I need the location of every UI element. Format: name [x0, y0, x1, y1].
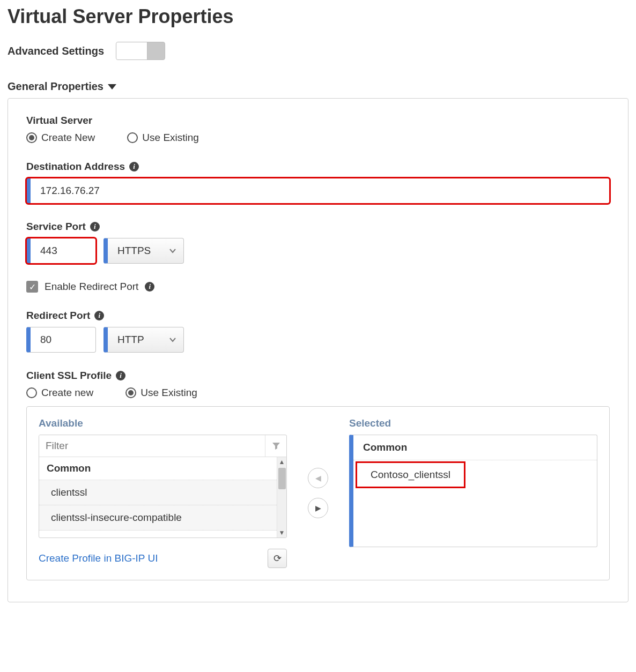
ssl-profile-picker: Available Common clientssl clientssl-ins… — [26, 406, 610, 580]
advanced-settings-toggle[interactable] — [116, 42, 165, 60]
enable-redirect-port-checkbox[interactable]: ✓ — [26, 281, 38, 293]
scroll-down-icon[interactable]: ▼ — [279, 528, 285, 537]
caret-left-icon: ◀ — [315, 474, 321, 482]
radio-icon — [127, 132, 138, 143]
client-ssl-profile-label: Client SSL Profile i — [26, 370, 610, 382]
info-icon[interactable]: i — [94, 311, 104, 320]
chevron-down-icon — [169, 337, 176, 343]
available-group-header: Common — [39, 457, 277, 480]
enable-redirect-port-label: Enable Redirect Port — [45, 281, 138, 293]
ssl-available-column: Available Common clientssl clientssl-ins… — [39, 417, 287, 568]
vs-use-existing-option[interactable]: Use Existing — [127, 132, 199, 144]
available-scrollbar[interactable]: ▲ ▼ — [277, 457, 286, 537]
scroll-thumb[interactable] — [278, 468, 286, 489]
radio-icon — [125, 387, 136, 398]
chevron-down-icon — [169, 248, 176, 254]
selected-item[interactable]: Contoso_clientssl — [357, 462, 464, 487]
ssl-create-new-option[interactable]: Create new — [26, 387, 93, 399]
redirect-port-protocol-select[interactable]: HTTP — [103, 327, 184, 353]
service-port-label: Service Port i — [26, 221, 610, 233]
radio-icon — [26, 387, 37, 398]
toggle-knob — [116, 42, 147, 59]
available-item[interactable]: clientssl — [39, 480, 277, 505]
service-port-protocol-select[interactable]: HTTPS — [103, 238, 184, 264]
move-right-button[interactable]: ▶ — [308, 498, 328, 518]
ssl-filter-input[interactable] — [39, 435, 265, 457]
caret-down-icon — [108, 84, 116, 89]
vs-create-new-option[interactable]: Create New — [26, 132, 95, 144]
info-icon[interactable]: i — [116, 371, 125, 380]
destination-address-label: Destination Address i — [26, 161, 610, 173]
vs-create-new-label: Create New — [41, 132, 95, 144]
ssl-use-existing-option[interactable]: Use Existing — [125, 387, 197, 399]
ssl-create-new-label: Create new — [41, 387, 93, 399]
general-properties-header[interactable]: General Properties — [8, 80, 628, 93]
available-item[interactable]: clientssl-insecure-compatible — [39, 505, 277, 531]
redirect-port-label: Redirect Port i — [26, 310, 610, 322]
section-title: General Properties — [8, 80, 103, 93]
refresh-button[interactable]: ⟳ — [268, 549, 287, 568]
page-title: Virtual Server Properties — [8, 5, 628, 28]
redirect-port-protocol-value: HTTP — [117, 334, 144, 346]
ssl-selected-column: Selected Common Contoso_clientssl — [349, 417, 597, 568]
info-icon[interactable]: i — [145, 282, 154, 292]
general-properties-panel: Virtual Server Create New Use Existing D… — [8, 98, 628, 602]
info-icon[interactable]: i — [90, 222, 100, 232]
redirect-port-input[interactable] — [26, 327, 96, 353]
selected-title: Selected — [349, 417, 597, 429]
caret-right-icon: ▶ — [315, 504, 321, 512]
advanced-settings-label: Advanced Settings — [8, 45, 104, 57]
vs-use-existing-label: Use Existing — [142, 132, 199, 144]
move-left-button[interactable]: ◀ — [308, 468, 328, 488]
service-port-input[interactable] — [26, 238, 96, 264]
ssl-use-existing-label: Use Existing — [140, 387, 197, 399]
available-title: Available — [39, 417, 287, 429]
info-icon[interactable]: i — [129, 162, 139, 171]
move-buttons: ◀ ▶ — [303, 417, 333, 568]
filter-icon[interactable] — [265, 435, 286, 457]
service-port-protocol-value: HTTPS — [117, 245, 151, 257]
destination-address-input[interactable] — [26, 178, 610, 204]
virtual-server-label: Virtual Server — [26, 115, 610, 126]
create-profile-link[interactable]: Create Profile in BIG-IP UI — [39, 552, 158, 564]
selected-group-header: Common — [353, 435, 597, 460]
scroll-up-icon[interactable]: ▲ — [279, 457, 285, 467]
refresh-icon: ⟳ — [273, 552, 282, 564]
radio-icon — [26, 132, 37, 143]
